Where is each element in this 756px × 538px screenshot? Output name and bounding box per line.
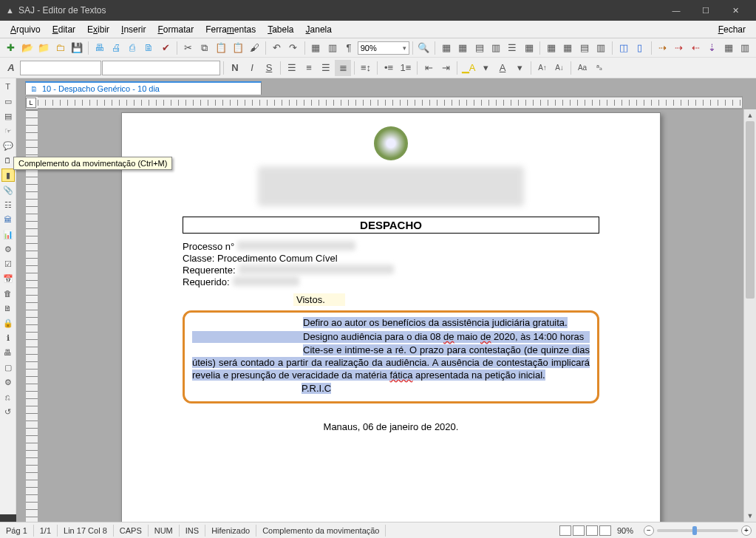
- print-icon[interactable]: 🖶: [92, 40, 107, 56]
- lt-misc1-icon[interactable]: ⎌: [1, 390, 15, 404]
- underline-icon[interactable]: S: [261, 60, 277, 76]
- view-mode2-icon[interactable]: [573, 525, 585, 536]
- menu-fechar[interactable]: Fechar: [712, 23, 752, 36]
- superscript-icon[interactable]: A↑: [534, 60, 551, 76]
- maximize-button[interactable]: ☐: [691, 0, 721, 21]
- zoom-out-button[interactable]: −: [644, 525, 654, 536]
- open2-icon[interactable]: 📁: [36, 40, 52, 56]
- page[interactable]: DESPACHO Processo n° Classe: Procediment…: [121, 112, 661, 522]
- find-icon[interactable]: 🔍: [416, 40, 432, 56]
- zoom-combo[interactable]: 90%: [358, 41, 409, 55]
- vertical-scrollbar[interactable]: ▲ ▼: [743, 109, 756, 522]
- status-hyphen[interactable]: Hifenizado: [205, 525, 256, 537]
- menu-formatar[interactable]: Formatar: [151, 23, 200, 36]
- grid6-icon[interactable]: ▦: [521, 40, 537, 56]
- grid9-icon[interactable]: ▤: [576, 40, 592, 56]
- zoom-slider[interactable]: [657, 529, 738, 532]
- paste-special-icon[interactable]: 📋: [230, 40, 245, 56]
- scroll-up-icon[interactable]: ▲: [744, 109, 756, 121]
- lt-comment-icon[interactable]: 💬: [1, 139, 15, 152]
- lt-struct-icon[interactable]: ☷: [1, 198, 15, 211]
- grid8-icon[interactable]: ▦: [560, 40, 576, 56]
- highlight-icon[interactable]: ▁A: [460, 60, 477, 76]
- zoom-knob[interactable]: [692, 526, 697, 535]
- new-doc-icon[interactable]: ✚: [3, 40, 18, 56]
- lt-doc-icon[interactable]: 🗎: [1, 302, 15, 315]
- save-icon[interactable]: 💾: [69, 40, 85, 56]
- style-combo[interactable]: [20, 61, 101, 75]
- spellcheck-icon[interactable]: ✔: [157, 40, 173, 56]
- menu-janela[interactable]: Janela: [300, 23, 338, 36]
- align-center-icon[interactable]: ≡: [301, 60, 317, 76]
- grid2-icon[interactable]: ▦: [454, 40, 470, 56]
- subscript-icon[interactable]: A↓: [551, 60, 568, 76]
- lt-box-icon[interactable]: ▢: [1, 361, 15, 374]
- zoom-in-button[interactable]: +: [741, 525, 752, 536]
- pilcrow-icon[interactable]: ¶: [341, 40, 356, 56]
- tab-despacho[interactable]: 🗎 10 - Despacho Genérico - 10 dia: [25, 81, 262, 95]
- lt-print2-icon[interactable]: 🖶: [1, 346, 15, 359]
- scroll-down-icon[interactable]: ▼: [744, 510, 756, 522]
- flow6-icon[interactable]: ▥: [738, 40, 753, 56]
- case2-icon[interactable]: ªₐ: [591, 60, 607, 76]
- bullets-icon[interactable]: •≡: [381, 60, 397, 76]
- grid7-icon[interactable]: ▦: [543, 40, 559, 56]
- panel-blue-icon[interactable]: ◫: [616, 40, 631, 56]
- status-caps[interactable]: CAPS: [114, 525, 149, 537]
- menu-arquivo[interactable]: Arquivo: [4, 23, 47, 36]
- font-name-combo[interactable]: [102, 61, 220, 75]
- outdent-icon[interactable]: ⇤: [420, 60, 437, 76]
- grid10-icon[interactable]: ▥: [593, 40, 609, 56]
- menu-tabela[interactable]: Tabela: [262, 23, 299, 36]
- align-justify-icon[interactable]: ≣: [335, 60, 351, 76]
- scroll-area[interactable]: DESPACHO Processo n° Classe: Procediment…: [16, 109, 756, 522]
- table-icon[interactable]: ▦: [308, 40, 324, 56]
- align-left-icon[interactable]: ☰: [284, 60, 300, 76]
- format-paint-icon[interactable]: 🖌: [246, 40, 262, 56]
- view-mode1-icon[interactable]: [559, 525, 571, 536]
- menu-editar[interactable]: Editar: [47, 23, 81, 36]
- lt-text-icon[interactable]: T: [1, 80, 15, 93]
- scroll-thumb[interactable]: [746, 121, 755, 299]
- status-num[interactable]: NUM: [149, 525, 180, 537]
- print-all-icon[interactable]: 🖨: [108, 40, 123, 56]
- menu-exibir[interactable]: Exibir: [81, 23, 115, 36]
- columns-icon[interactable]: ▥: [324, 40, 340, 56]
- lt-config-icon[interactable]: ⚙: [1, 242, 15, 256]
- status-ins[interactable]: INS: [180, 525, 205, 537]
- lt-gear-icon[interactable]: ⚙: [1, 375, 15, 389]
- lt-misc2-icon[interactable]: ↺: [1, 405, 15, 418]
- lt-attach-icon[interactable]: 📎: [1, 183, 15, 197]
- cut-icon[interactable]: ✂: [180, 40, 196, 56]
- tab-stop-icon[interactable]: L: [26, 98, 36, 108]
- grid3-icon[interactable]: ▤: [471, 40, 487, 56]
- minimize-button[interactable]: —: [661, 0, 691, 21]
- vertical-ruler[interactable]: [25, 109, 38, 522]
- font-color-icon[interactable]: A: [494, 60, 511, 76]
- highlight-dd-icon[interactable]: ▾: [477, 60, 494, 76]
- close-button[interactable]: ✕: [721, 0, 750, 21]
- menu-inserir[interactable]: Inserir: [115, 23, 151, 36]
- copy-icon[interactable]: ⧉: [197, 40, 212, 56]
- open-icon[interactable]: 📂: [19, 40, 35, 56]
- italic-icon[interactable]: I: [244, 60, 260, 76]
- lt-complement-icon[interactable]: ☞: [1, 124, 15, 137]
- grid5-icon[interactable]: ☰: [505, 40, 520, 56]
- bold-icon[interactable]: N: [227, 60, 243, 76]
- view-mode4-icon[interactable]: [599, 525, 611, 536]
- lt-cal-icon[interactable]: 📅: [1, 272, 15, 285]
- flow5-icon[interactable]: ▦: [721, 40, 736, 56]
- flow4-icon[interactable]: ⇣: [704, 40, 720, 56]
- panel-blue2-icon[interactable]: ▯: [632, 40, 647, 56]
- lt-field-icon[interactable]: ▤: [1, 109, 15, 123]
- status-complement[interactable]: Complemento da movimentação: [256, 525, 386, 537]
- horizontal-ruler[interactable]: L: [25, 96, 743, 109]
- flow3-icon[interactable]: ⇠: [687, 40, 703, 56]
- lt-building-icon[interactable]: 🏛: [1, 213, 15, 226]
- align-right-icon[interactable]: ☰: [318, 60, 334, 76]
- linesp-icon[interactable]: ≡↕: [358, 60, 374, 76]
- paste-icon[interactable]: 📋: [214, 40, 229, 56]
- numbers-icon[interactable]: 1≡: [398, 60, 414, 76]
- lt-lock-icon[interactable]: 🔒: [1, 316, 15, 330]
- grid1-icon[interactable]: ▦: [438, 40, 454, 56]
